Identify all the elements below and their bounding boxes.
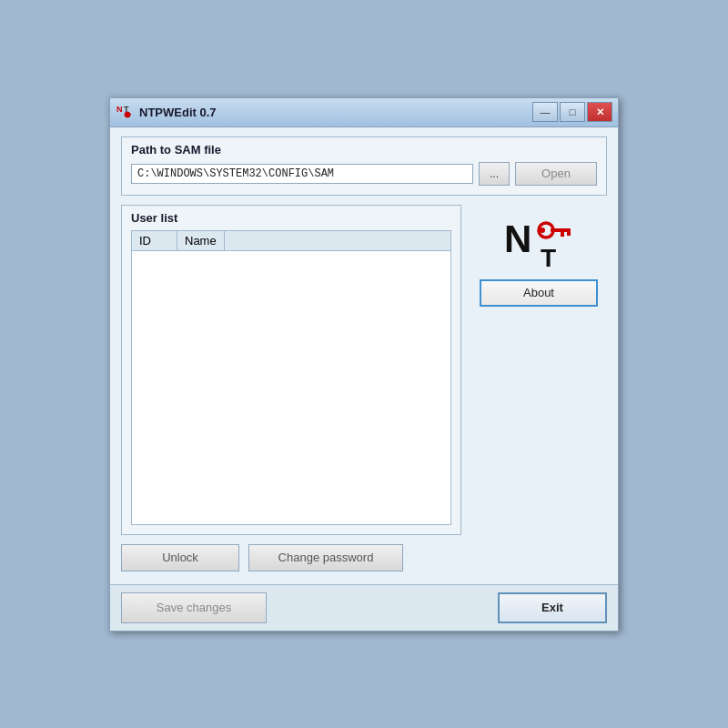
change-password-button[interactable]: Change password bbox=[248, 544, 403, 571]
minimize-button[interactable]: — bbox=[532, 102, 558, 122]
footer-bar: Save changes Exit bbox=[110, 584, 618, 631]
left-panel: User list ID Name Unlock Change password bbox=[121, 205, 461, 571]
svg-rect-5 bbox=[128, 116, 130, 117]
svg-rect-4 bbox=[128, 114, 131, 116]
svg-text:N: N bbox=[116, 105, 123, 114]
svg-text:N: N bbox=[504, 217, 531, 260]
open-button[interactable]: Open bbox=[515, 162, 597, 186]
svg-rect-11 bbox=[567, 232, 571, 236]
exit-button[interactable]: Exit bbox=[498, 592, 607, 623]
path-input[interactable] bbox=[131, 164, 473, 184]
title-bar: N T NTPWEdit 0.7 — □ ✕ bbox=[110, 98, 618, 127]
path-row: ... Open bbox=[131, 162, 597, 186]
logo-area: N T bbox=[502, 214, 575, 268]
unlock-button[interactable]: Unlock bbox=[121, 544, 239, 571]
window-title: NTPWEdit 0.7 bbox=[139, 106, 217, 119]
about-button[interactable]: About bbox=[480, 279, 598, 307]
table-body[interactable] bbox=[132, 251, 450, 524]
action-buttons: Unlock Change password bbox=[121, 544, 461, 571]
save-button[interactable]: Save changes bbox=[121, 592, 267, 623]
user-table-container: ID Name bbox=[131, 230, 451, 525]
svg-rect-10 bbox=[561, 232, 564, 237]
title-bar-left: N T NTPWEdit 0.7 bbox=[116, 103, 217, 121]
column-name: Name bbox=[177, 231, 225, 250]
user-list-group: User list ID Name bbox=[121, 205, 461, 535]
user-list-label: User list bbox=[131, 211, 451, 225]
maximize-button[interactable]: □ bbox=[560, 102, 585, 122]
main-window: N T NTPWEdit 0.7 — □ ✕ Path to SAM file bbox=[109, 97, 619, 632]
main-area: User list ID Name Unlock Change password bbox=[121, 205, 607, 571]
svg-point-12 bbox=[540, 228, 545, 233]
window-content: Path to SAM file ... Open User list ID N… bbox=[110, 127, 618, 582]
app-icon: N T bbox=[116, 103, 134, 121]
table-header: ID Name bbox=[132, 231, 450, 251]
right-panel: N T bbox=[470, 205, 607, 571]
svg-rect-9 bbox=[551, 228, 571, 232]
browse-button[interactable]: ... bbox=[479, 162, 510, 186]
close-button[interactable]: ✕ bbox=[587, 102, 612, 122]
app-logo: N T bbox=[502, 214, 575, 268]
title-buttons: — □ ✕ bbox=[532, 102, 612, 122]
path-group: Path to SAM file ... Open bbox=[121, 136, 607, 196]
column-id: ID bbox=[132, 231, 177, 250]
svg-text:T: T bbox=[541, 244, 556, 268]
path-group-label: Path to SAM file bbox=[131, 143, 597, 157]
